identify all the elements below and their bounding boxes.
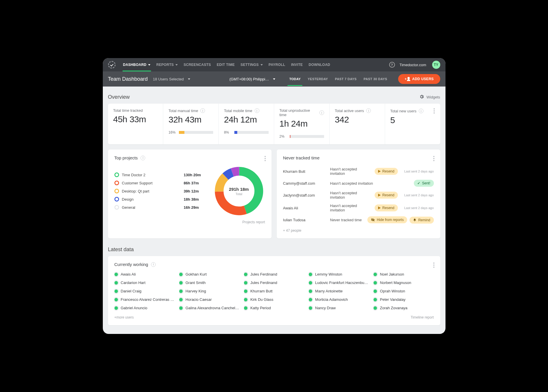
sent-badge: ✓Sent!: [414, 180, 434, 187]
user-name: Khurram Butt: [283, 169, 327, 174]
range-tab-today[interactable]: TODAY: [289, 77, 301, 86]
working-user[interactable]: Francesco Alvarez Contreras …: [114, 296, 175, 303]
card-menu-icon[interactable]: [433, 262, 434, 268]
working-user[interactable]: Jules Ferdinand: [244, 271, 304, 278]
online-status-icon: [244, 298, 247, 301]
working-user[interactable]: Peter Vandalay: [373, 296, 434, 303]
kpi-value: 32h 43m: [168, 115, 213, 125]
working-user[interactable]: Cardarion Hart: [114, 279, 175, 286]
project-row[interactable]: Time Doctor 2130h 20m: [114, 171, 207, 179]
online-status-icon: [114, 281, 118, 285]
resend-button[interactable]: Resend: [375, 168, 398, 175]
user-name: Daniel Craig: [121, 289, 142, 293]
user-name: Awais Ali: [121, 272, 136, 276]
nav-item-payroll[interactable]: PAYROLL: [266, 58, 288, 71]
project-row[interactable]: Desktop: Qt part39h 12m: [114, 187, 207, 195]
kpi-bar: [290, 135, 324, 138]
project-time: 18h 38m: [184, 197, 207, 202]
user-avatar[interactable]: TY: [432, 61, 440, 69]
nav-item-edit-time[interactable]: EDIT TIME: [214, 58, 238, 71]
info-icon[interactable]: i: [319, 110, 324, 115]
nav-item-download[interactable]: DOWNLOAD: [306, 58, 333, 71]
hide-from-reports-button[interactable]: Hide from reports: [367, 216, 407, 223]
working-user[interactable]: Gabriel Anuncio: [114, 305, 175, 311]
nav-item-screencasts[interactable]: SCREENCASTS: [181, 58, 214, 71]
working-user[interactable]: Kirk Du Glass: [244, 296, 304, 303]
online-status-icon: [244, 273, 247, 276]
chevron-down-icon: [175, 64, 178, 66]
nav-item-invite[interactable]: INVITE: [288, 58, 306, 71]
remind-button[interactable]: Remind: [409, 217, 434, 224]
working-user[interactable]: Daniel Craig: [114, 288, 175, 294]
site-link[interactable]: Timedoctor.com: [400, 63, 426, 67]
working-user[interactable]: Katty Period: [244, 305, 304, 311]
working-user[interactable]: Lemmy Winston: [309, 271, 369, 278]
project-color-ring: [114, 205, 119, 210]
working-user[interactable]: Norbert Magnuson: [373, 279, 434, 286]
add-users-button[interactable]: + ADD USERS: [398, 74, 440, 84]
working-user[interactable]: Awais Ali: [114, 271, 175, 278]
working-user[interactable]: Galina Alexandrovna Canchel…: [179, 305, 239, 311]
nav-item-reports[interactable]: REPORTS: [153, 58, 181, 71]
resend-button[interactable]: Resend: [375, 204, 398, 211]
online-status-icon: [179, 273, 183, 276]
nav-item-dashboard[interactable]: DASHBOARD: [120, 58, 154, 71]
working-user[interactable]: Ludovic Frankfurt Hacszenbu…: [309, 279, 369, 286]
top-projects-title: Top projects: [114, 155, 138, 160]
more-users-link[interactable]: +more users: [114, 315, 134, 319]
project-time: 86h 37m: [184, 181, 207, 185]
donut-total-label: Total: [236, 192, 242, 196]
projects-report-link[interactable]: Projects report: [114, 220, 265, 224]
project-time: 39h 12m: [184, 189, 207, 193]
user-name: Marry Antoinette: [315, 289, 343, 293]
info-icon[interactable]: i: [366, 108, 371, 113]
working-user[interactable]: Grant Smith: [179, 279, 239, 286]
never-tracked-row: Cammy@staff.comHasn't accepted invitatio…: [283, 178, 434, 189]
never-tracked-title: Never tracked time: [283, 155, 320, 160]
resend-button[interactable]: Resend: [375, 192, 398, 199]
kpi-total-manual-time: Total manual timei32h 43m16%: [163, 104, 219, 144]
online-status-icon: [179, 289, 183, 293]
help-icon[interactable]: ?: [389, 62, 395, 68]
kpi-menu-icon[interactable]: [434, 108, 435, 114]
working-user[interactable]: Noel Jakurson: [373, 271, 434, 278]
working-user[interactable]: Harvey King: [179, 288, 239, 294]
kpi-total-new-users: Total new usersi5: [385, 104, 440, 144]
working-user[interactable]: Jules Ferdinand: [244, 279, 304, 286]
info-icon[interactable]: i: [151, 262, 156, 267]
chevron-down-icon: [188, 78, 190, 80]
working-user[interactable]: Marry Antoinette: [309, 288, 369, 294]
project-color-ring: [114, 181, 119, 185]
info-icon[interactable]: i: [419, 109, 423, 113]
working-user[interactable]: Gokhan Kurt: [179, 271, 239, 278]
users-selected-dropdown[interactable]: 18 Users Selected: [153, 77, 190, 81]
working-user[interactable]: Horacio Caesar: [179, 296, 239, 303]
never-tracked-more[interactable]: + 47 people: [283, 229, 434, 233]
working-user[interactable]: Morticia Adamovich: [309, 296, 369, 303]
user-name: Francesco Alvarez Contreras …: [121, 297, 174, 302]
info-icon[interactable]: i: [141, 156, 145, 160]
timeline-report-link[interactable]: Timeline report: [411, 315, 434, 319]
working-user[interactable]: Oprah Winston: [373, 288, 434, 294]
add-user-icon: +: [405, 77, 410, 81]
kpi-value: 342: [335, 115, 380, 125]
nav-item-settings[interactable]: SETTINGS: [238, 58, 265, 71]
project-row[interactable]: Customer Support86h 37m: [114, 179, 207, 187]
project-row[interactable]: General16h 29m: [114, 203, 207, 211]
overview-title: Overview: [108, 94, 130, 100]
range-tab-past-30-days[interactable]: PAST 30 DAYS: [364, 77, 387, 86]
working-user[interactable]: Nancy Draw: [309, 305, 369, 311]
project-row[interactable]: Design18h 38m: [114, 195, 207, 203]
info-icon[interactable]: i: [200, 108, 205, 113]
range-tab-yesterday[interactable]: YESTERDAY: [308, 77, 328, 86]
widgets-button[interactable]: Widgets: [419, 94, 440, 100]
range-tab-past-7-days[interactable]: PAST 7 DAYS: [335, 77, 357, 86]
kpi-label: Total active users: [335, 109, 364, 113]
info-icon[interactable]: i: [255, 108, 259, 113]
working-user[interactable]: Khurram Butt: [244, 288, 304, 294]
timezone-dropdown[interactable]: (GMT+08:00) Philippi…: [229, 77, 275, 81]
online-status-icon: [373, 273, 377, 276]
card-menu-icon[interactable]: [265, 156, 266, 161]
working-user[interactable]: Zorah Zovanaya: [373, 305, 434, 311]
card-menu-icon[interactable]: [433, 156, 434, 161]
